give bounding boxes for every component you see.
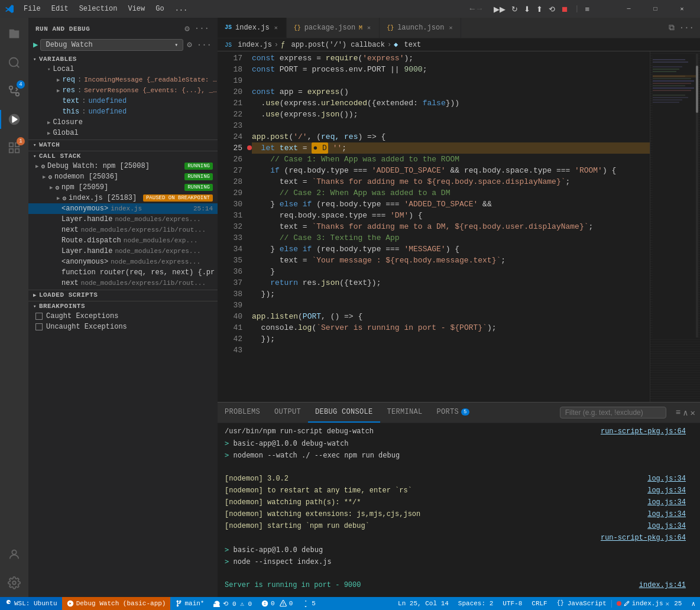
nodemon-ext-link[interactable]: log.js:34 <box>647 509 686 520</box>
console-filter-input[interactable] <box>560 407 666 418</box>
menu-edit[interactable]: Edit <box>47 4 73 14</box>
nav-back-icon[interactable]: ← <box>469 4 474 14</box>
step-out-btn[interactable]: ⬆ <box>534 4 545 15</box>
minimize-btn[interactable]: ─ <box>615 0 642 18</box>
panel-tab-output[interactable]: OUTPUT <box>267 403 308 423</box>
status-spaces[interactable]: Spaces: 2 <box>453 600 498 607</box>
sidebar-more-btn[interactable]: ··· <box>193 22 210 35</box>
breadcrumb-file[interactable]: JS index.js <box>225 41 272 49</box>
nav-forward-icon[interactable]: → <box>477 4 482 14</box>
cs-nodemon[interactable]: ▶ ⚙ nodemon [25036] RUNNING <box>28 171 218 182</box>
cs-layer-handle-1[interactable]: Layer.handle node_modules/expres... <box>28 214 218 225</box>
status-remote[interactable]: WSL: Ubuntu <box>0 597 62 610</box>
code-content[interactable]: const express = require('express'); cons… <box>247 51 650 402</box>
console-spacer-2-link[interactable]: run-script-pkg.js:64 <box>601 533 686 543</box>
uncaught-exceptions-item[interactable]: Uncaught Exceptions <box>28 322 218 332</box>
status-language[interactable]: {} JavaScript <box>552 600 611 607</box>
tab-packagejson-close[interactable]: ✕ <box>366 23 372 33</box>
status-file-indicator[interactable]: index.js ✕ 25 <box>611 600 687 608</box>
cs-next-1[interactable]: next node_modules/express/lib/rout... <box>28 225 218 235</box>
activity-account[interactable] <box>0 540 28 569</box>
debug-config-select[interactable]: Debug Watch ▾ <box>40 39 183 51</box>
menu-selection[interactable]: Selection <box>74 4 122 14</box>
step-into-btn[interactable]: ⬇ <box>521 4 533 15</box>
status-notifications[interactable]: 5 <box>297 597 320 610</box>
cs-layer-handle-2[interactable]: Layer.handle node_modules/expres... <box>28 246 218 257</box>
global-scope[interactable]: ▶ Global <box>28 128 218 138</box>
cs-debug-watch[interactable]: ▶ ⚙ Debug Watch: npm [25008] RUNNING <box>28 161 218 171</box>
cs-indexjs[interactable]: ▶ ⚙ index.js [25183] PAUSED ON BREAKPOIN… <box>28 193 218 203</box>
stop-btn[interactable]: ⏹ <box>559 4 571 15</box>
var-res[interactable]: ▶ res : ServerResponse {_events: {...}, … <box>28 85 218 96</box>
start-debug-btn[interactable]: ▶ <box>33 40 38 50</box>
activity-source-control[interactable]: 4 <box>0 77 28 105</box>
nodemon-restart-link[interactable]: log.js:34 <box>647 485 686 496</box>
status-branch[interactable]: main* <box>170 597 209 610</box>
var-this[interactable]: ▶ this : undefined <box>28 106 218 117</box>
debug-settings-btn[interactable]: ⚙ <box>186 38 193 51</box>
cs-next-2[interactable]: next node_modules/express/lib/rout... <box>28 278 218 288</box>
status-line-ending[interactable]: CRLF <box>527 600 552 607</box>
debug-extra-btn[interactable]: ··· <box>196 39 213 51</box>
activity-run-debug[interactable] <box>0 105 28 134</box>
status-debug[interactable]: Debug Watch (basic-app) <box>62 597 171 610</box>
split-editor-btn[interactable]: ⧉ <box>667 22 676 34</box>
status-errors[interactable]: 0 0 <box>257 597 297 610</box>
tab-indexjs-close[interactable]: ✕ <box>273 23 279 33</box>
menu-file[interactable]: File <box>19 4 46 14</box>
status-encoding[interactable]: UTF-8 <box>498 600 527 607</box>
status-file-close[interactable]: ✕ <box>666 600 670 608</box>
nodemon-watching-link[interactable]: log.js:34 <box>647 497 686 508</box>
restart-btn[interactable]: ⟲ <box>546 4 558 15</box>
var-text[interactable]: ▶ text : undefined <box>28 96 218 106</box>
watch-section-header[interactable]: ▾ WATCH <box>28 140 218 150</box>
panel-collapse-btn[interactable]: ∧ <box>683 408 688 418</box>
uncaught-exceptions-checkbox[interactable] <box>35 323 43 330</box>
panel-close-btn[interactable]: ✕ <box>691 408 695 418</box>
panel-tab-problems[interactable]: PROBLEMS <box>218 403 267 423</box>
var-req[interactable]: ▶ req : IncomingMessage {_readableState:… <box>28 74 218 85</box>
panel-tab-ports[interactable]: PORTS 5 <box>430 403 477 423</box>
editor-more-btn[interactable]: ··· <box>678 22 695 34</box>
activity-search[interactable] <box>0 48 28 77</box>
panel-tab-debug-console[interactable]: DEBUG CONSOLE <box>308 403 380 423</box>
tab-indexjs[interactable]: JS index.js ✕ <box>218 18 287 38</box>
console-npm-link[interactable]: run-script-pkg.js:64 <box>601 426 686 437</box>
layout-btn[interactable]: ≡ <box>582 4 592 15</box>
maximize-btn[interactable]: □ <box>642 0 669 18</box>
cs-router-fn[interactable]: function router(req, res, next) {.pr <box>28 267 218 278</box>
step-over-btn[interactable]: ↻ <box>509 4 520 15</box>
cs-anonymous-2[interactable]: <anonymous> node_modules/express... <box>28 257 218 267</box>
tab-launchjson-close[interactable]: ✕ <box>448 23 453 33</box>
server-running-link[interactable]: index.js:41 <box>639 580 686 590</box>
panel-tab-terminal[interactable]: TERMINAL <box>380 403 430 423</box>
menu-go[interactable]: Go <box>151 4 168 14</box>
call-stack-header[interactable]: ▾ CALL STACK <box>28 151 218 161</box>
menu-view[interactable]: View <box>123 4 150 14</box>
cs-npm[interactable]: ▶ ⚙ npm [25059] RUNNING <box>28 182 218 193</box>
sidebar-config-btn[interactable]: ⚙ <box>183 22 190 35</box>
closure-scope[interactable]: ▶ Closure <box>28 117 218 128</box>
cs-route-dispatch[interactable]: Route.dispatch node_modules/exp... <box>28 235 218 246</box>
continue-btn[interactable]: ▶▶ <box>491 4 508 15</box>
menu-more[interactable]: ... <box>170 4 193 14</box>
breadcrumb-scope[interactable]: ƒ app.post('/') callback <box>281 41 385 49</box>
caught-exceptions-checkbox[interactable] <box>35 313 43 320</box>
variables-section-header[interactable]: ▾ VARIABLES <box>28 54 218 64</box>
activity-extensions[interactable]: 1 <box>0 134 28 162</box>
caught-exceptions-item[interactable]: Caught Exceptions <box>28 311 218 322</box>
local-scope[interactable]: ▾ Local <box>28 64 218 74</box>
close-btn[interactable]: ✕ <box>669 0 695 18</box>
tab-packagejson[interactable]: {} package.json M ✕ <box>287 18 380 38</box>
nodemon-ver-link[interactable]: log.js:34 <box>647 473 686 484</box>
status-expand-btn[interactable]: ∧ <box>686 600 700 608</box>
status-cursor[interactable]: Ln 25, Col 14 <box>393 600 453 607</box>
activity-settings[interactable] <box>0 569 28 597</box>
status-sync[interactable]: ⟲ 0 ⚠ 0 <box>209 597 257 610</box>
cs-anonymous[interactable]: <anonymous> index.js 25:14 <box>28 203 218 214</box>
nodemon-starting-link[interactable]: log.js:34 <box>647 521 686 531</box>
loaded-scripts-header[interactable]: ▶ LOADED SCRIPTS <box>28 290 218 300</box>
activity-explorer[interactable] <box>0 20 28 48</box>
breadcrumb-var[interactable]: ◆ text <box>394 40 421 49</box>
tab-launchjson[interactable]: {} launch.json ✕ <box>380 18 461 38</box>
